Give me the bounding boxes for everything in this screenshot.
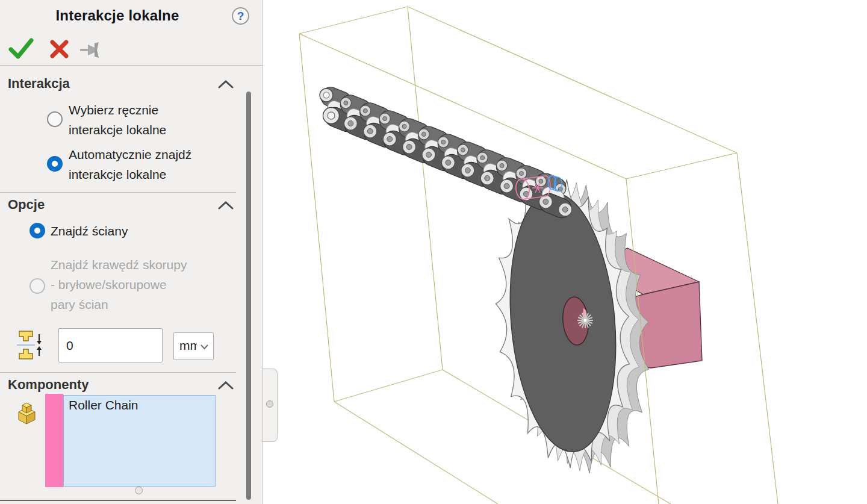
push-pin-icon xyxy=(79,42,103,58)
ok-button[interactable] xyxy=(8,37,34,61)
panel-splitter-handle[interactable] xyxy=(263,369,278,442)
radio-label: pary ścian xyxy=(51,297,108,313)
help-icon: ? xyxy=(237,10,244,22)
origin-star-icon xyxy=(577,313,593,328)
radio-label: Wybierz ręcznie xyxy=(69,102,158,118)
components-listbox[interactable]: Roller Chain xyxy=(63,395,216,487)
radio-manual-interactions[interactable] xyxy=(47,111,63,127)
section-header-komponenty: Komponenty xyxy=(8,377,89,393)
collapse-chevron-icon[interactable] xyxy=(218,381,234,390)
pin-button[interactable] xyxy=(78,42,104,60)
section-divider xyxy=(0,192,236,193)
clearance-gap-icon xyxy=(15,329,43,361)
radio-label: Znajdź krawędź skorupy xyxy=(51,257,187,273)
radio-label: Automatycznie znajdź xyxy=(69,147,191,163)
roller-chain xyxy=(318,84,574,220)
radio-label: Znajdź ściany xyxy=(51,223,128,239)
section-divider xyxy=(0,372,236,373)
radio-label: interakcje lokalne xyxy=(69,167,166,182)
collapse-chevron-icon[interactable] xyxy=(218,201,234,210)
splitter-grip-icon xyxy=(266,400,273,408)
app-window: Interakcje lokalne ? Interakcja xyxy=(0,0,867,504)
radio-find-shell-edge[interactable] xyxy=(30,278,45,294)
list-item[interactable]: Roller Chain xyxy=(69,398,138,412)
radio-label: - bryłowe/skorupowe xyxy=(51,277,167,293)
selection-color-bar xyxy=(45,394,63,487)
help-button[interactable]: ? xyxy=(232,7,249,25)
collapse-chevron-icon[interactable] xyxy=(218,80,234,89)
bottom-section-divider xyxy=(0,500,236,501)
sprocket xyxy=(496,178,648,474)
panel-scrollbar[interactable] xyxy=(246,92,251,500)
section-header-opcje: Opcje xyxy=(8,197,45,213)
property-manager-panel: Interakcje lokalne ? Interakcja xyxy=(0,0,263,504)
panel-title: Interakcje lokalne xyxy=(0,7,235,24)
radio-label: interakcje lokalne xyxy=(69,122,166,138)
radio-find-faces[interactable] xyxy=(30,223,45,238)
component-part-icon xyxy=(15,400,39,425)
toolbar-divider xyxy=(0,65,263,66)
listbox-resize-handle[interactable] xyxy=(135,487,143,494)
radio-automatic-interactions[interactable] xyxy=(47,156,63,172)
close-icon xyxy=(49,39,69,59)
check-icon xyxy=(8,37,34,60)
unit-value: mm xyxy=(179,338,197,355)
section-header-interakcja: Interakcja xyxy=(8,76,70,92)
chevron-down-icon xyxy=(200,344,209,350)
cancel-button[interactable] xyxy=(48,39,70,61)
unit-dropdown[interactable]: mm xyxy=(173,332,214,360)
clearance-value-input[interactable] xyxy=(58,328,163,362)
